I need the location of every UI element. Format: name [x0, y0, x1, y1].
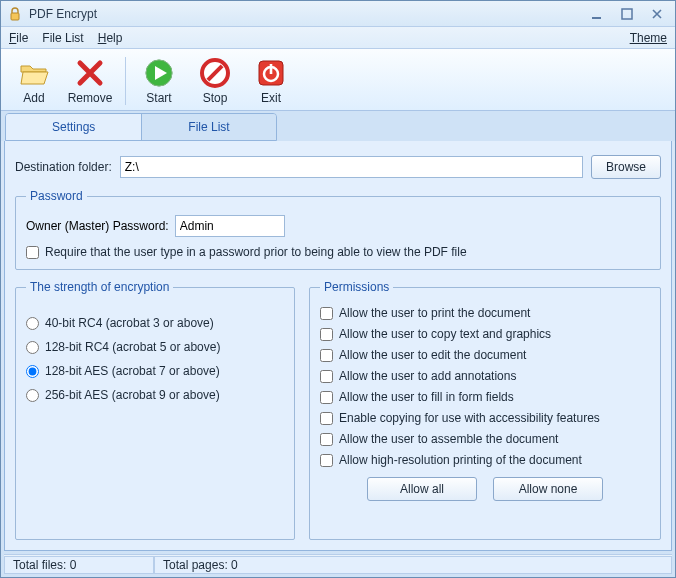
require-password-label: Require that the user type in a password… — [45, 245, 467, 259]
tab-file-list[interactable]: File List — [142, 114, 275, 140]
password-legend: Password — [26, 189, 87, 203]
allow-none-button[interactable]: Allow none — [493, 477, 603, 501]
allow-all-button[interactable]: Allow all — [367, 477, 477, 501]
encryption-legend: The strength of encryption — [26, 280, 173, 294]
stop-icon — [199, 57, 231, 89]
folder-open-icon — [18, 57, 50, 89]
status-total-pages: Total pages: 0 — [154, 556, 672, 574]
status-total-files: Total files: 0 — [4, 556, 154, 574]
minimize-button[interactable] — [585, 5, 609, 23]
start-button[interactable]: Start — [132, 52, 186, 110]
perm-copy[interactable]: Allow the user to copy text and graphics — [320, 327, 650, 341]
encryption-option-0[interactable]: 40-bit RC4 (acrobat 3 or above) — [26, 316, 284, 330]
perm-edit[interactable]: Allow the user to edit the document — [320, 348, 650, 362]
destination-input[interactable] — [120, 156, 583, 178]
encryption-option-3[interactable]: 256-bit AES (acrobat 9 or above) — [26, 388, 284, 402]
remove-label: Remove — [68, 91, 113, 105]
svg-rect-9 — [270, 64, 273, 74]
svg-rect-2 — [622, 9, 632, 19]
tab-strip: Settings File List — [1, 111, 675, 141]
menu-file[interactable]: File — [9, 31, 28, 45]
status-bar: Total files: 0 Total pages: 0 — [4, 554, 672, 574]
tab-settings[interactable]: Settings — [6, 114, 142, 140]
destination-label: Destination folder: — [15, 160, 112, 174]
start-label: Start — [146, 91, 171, 105]
encryption-group: The strength of encryption 40-bit RC4 (a… — [15, 280, 295, 540]
destination-row: Destination folder: Browse — [15, 155, 661, 179]
permissions-group: Permissions Allow the user to print the … — [309, 280, 661, 540]
stop-label: Stop — [203, 91, 228, 105]
menu-bar: File File List Help Theme — [1, 27, 675, 49]
menu-file-list[interactable]: File List — [42, 31, 83, 45]
window-title: PDF Encrypt — [29, 7, 579, 21]
close-button[interactable] — [645, 5, 669, 23]
add-button[interactable]: Add — [7, 52, 61, 110]
svg-rect-0 — [11, 13, 19, 20]
password-group: Password Owner (Master) Password: Requir… — [15, 189, 661, 270]
require-password-checkbox[interactable]: Require that the user type in a password… — [26, 245, 650, 259]
delete-x-icon — [74, 57, 106, 89]
perm-fill-forms[interactable]: Allow the user to fill in form fields — [320, 390, 650, 404]
add-label: Add — [23, 91, 44, 105]
permissions-legend: Permissions — [320, 280, 393, 294]
remove-button[interactable]: Remove — [63, 52, 117, 110]
encryption-option-1[interactable]: 128-bit RC4 (acrobat 5 or above) — [26, 340, 284, 354]
perm-annotate[interactable]: Allow the user to add annotations — [320, 369, 650, 383]
require-password-input[interactable] — [26, 246, 39, 259]
perm-high-res-print[interactable]: Allow high-resolution printing of the do… — [320, 453, 650, 467]
svg-rect-1 — [592, 17, 601, 19]
stop-button[interactable]: Stop — [188, 52, 242, 110]
power-icon — [255, 57, 287, 89]
browse-button[interactable]: Browse — [591, 155, 661, 179]
settings-panel: Destination folder: Browse Password Owne… — [4, 141, 672, 551]
menu-help[interactable]: Help — [98, 31, 123, 45]
owner-password-input[interactable] — [175, 215, 285, 237]
perm-assemble[interactable]: Allow the user to assemble the document — [320, 432, 650, 446]
toolbar: Add Remove Start Stop Exit — [1, 49, 675, 111]
encryption-option-2[interactable]: 128-bit AES (acrobat 7 or above) — [26, 364, 284, 378]
maximize-button[interactable] — [615, 5, 639, 23]
exit-button[interactable]: Exit — [244, 52, 298, 110]
toolbar-separator — [125, 57, 126, 105]
title-bar: PDF Encrypt — [1, 1, 675, 27]
exit-label: Exit — [261, 91, 281, 105]
owner-password-label: Owner (Master) Password: — [26, 219, 169, 233]
perm-accessibility[interactable]: Enable copying for use with accessibilit… — [320, 411, 650, 425]
perm-print[interactable]: Allow the user to print the document — [320, 306, 650, 320]
menu-theme[interactable]: Theme — [630, 31, 667, 45]
play-icon — [143, 57, 175, 89]
app-icon — [7, 6, 23, 22]
